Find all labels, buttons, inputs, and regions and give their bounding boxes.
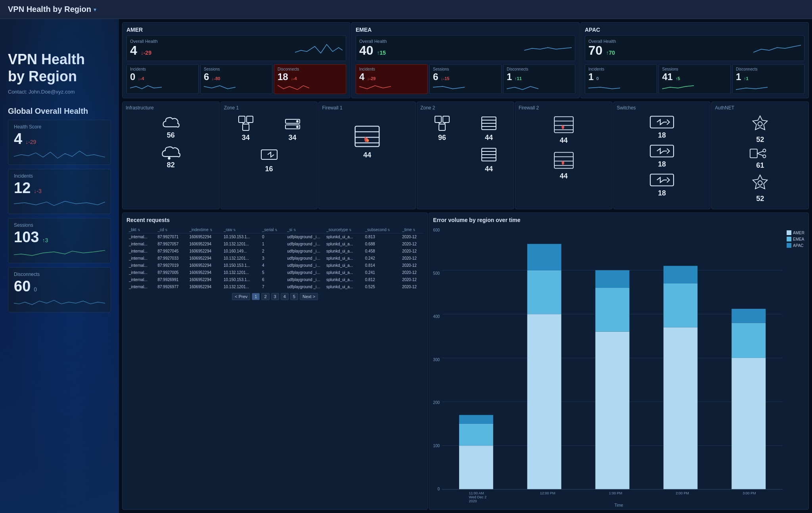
svg-rect-57 bbox=[527, 270, 561, 314]
next-button[interactable]: Next > bbox=[300, 293, 318, 300]
svg-rect-28 bbox=[554, 117, 573, 133]
legend-apac: APAC bbox=[787, 243, 804, 248]
svg-point-8 bbox=[297, 121, 298, 122]
svg-rect-64 bbox=[663, 266, 697, 283]
col-sourcetype[interactable]: _sourcetype ⇅ bbox=[324, 226, 363, 234]
col-si[interactable]: _si ⇅ bbox=[285, 226, 324, 234]
switch-item1: 18 bbox=[649, 114, 675, 140]
col-serial[interactable]: _serial ⇅ bbox=[260, 226, 285, 234]
regions-row: AMER Overall Health 4 ↓-29 bbox=[119, 19, 812, 100]
emea-incidents: Incidents 4 ↓-29 bbox=[356, 64, 428, 94]
svg-rect-63 bbox=[663, 283, 697, 327]
page-1-button[interactable]: 1 bbox=[252, 293, 260, 300]
table-row: _internal...87:9927019160695229410.150.1… bbox=[126, 262, 423, 269]
disconnects-row: 60 0 bbox=[14, 279, 105, 294]
emea-metrics-row: Incidents 4 ↓-29 Sessions 6 ↓- bbox=[356, 64, 575, 94]
legend-amer: AMER bbox=[787, 230, 804, 235]
emea-disconnects: Disconnects 1 ↑11 bbox=[503, 64, 575, 94]
prev-button[interactable]: < Prev bbox=[232, 293, 250, 300]
col-raw[interactable]: _raw ⇅ bbox=[221, 226, 260, 234]
svg-point-45 bbox=[763, 155, 766, 158]
page-5-button[interactable]: 5 bbox=[290, 293, 298, 300]
emea-sessions: Sessions 6 ↓-15 bbox=[429, 64, 502, 94]
svg-rect-65 bbox=[732, 358, 766, 490]
svg-rect-37 bbox=[650, 145, 674, 157]
authnet-item3: 52 bbox=[748, 172, 772, 203]
svg-rect-16 bbox=[443, 116, 449, 123]
switch-item2: 18 bbox=[649, 143, 675, 168]
amer-metrics-row: Incidents 0 ↓-4 Sessions 6 ↓-8 bbox=[126, 64, 346, 94]
firewall2-item2: 44 bbox=[552, 149, 576, 180]
svg-rect-66 bbox=[732, 323, 766, 358]
infra-cloud2: 82 bbox=[161, 144, 181, 169]
page-2-button[interactable]: 2 bbox=[261, 293, 269, 300]
table-row: _internal...87:9927045160695229410.160.1… bbox=[126, 248, 423, 255]
svg-rect-67 bbox=[732, 309, 766, 323]
col-bkt[interactable]: _bkt ⇅ bbox=[126, 226, 155, 234]
infra-row: Infrastructure 56 82 bbox=[119, 100, 812, 211]
svg-rect-56 bbox=[527, 314, 561, 490]
y-axis: 600 500 400 300 200 100 0 bbox=[433, 226, 442, 503]
chart-area: 11:00 AMWed Dec 22020 12:00 PM 1:00 PM 2… bbox=[442, 226, 783, 503]
health-score-card: Health Score 4 ↓-29 bbox=[8, 120, 111, 165]
header-dropdown-icon[interactable]: ▾ bbox=[94, 6, 96, 13]
emea-panel: EMEA Overall Health 40 ↑15 bbox=[351, 22, 580, 98]
legend-amer-color bbox=[787, 230, 791, 235]
switches-title: Switches bbox=[617, 105, 707, 111]
amer-sessions: Sessions 6 ↓-80 bbox=[200, 64, 272, 94]
svg-point-47 bbox=[758, 181, 762, 185]
disconnects-sparkline bbox=[14, 296, 105, 308]
global-health-title: Global Overall Health bbox=[8, 107, 111, 116]
emea-health-left: Overall Health 40 ↑15 bbox=[359, 39, 524, 57]
svg-marker-46 bbox=[753, 175, 768, 189]
brand-contact: Contact: John.Doe@xyz.com bbox=[8, 89, 111, 95]
apac-disconnects: Disconnects 1 ↑1 bbox=[732, 64, 804, 94]
svg-point-44 bbox=[763, 149, 766, 152]
apac-panel: APAC Overall Health 70 ↑70 bbox=[580, 22, 809, 98]
col-subsecond[interactable]: _subsecond ⇅ bbox=[363, 226, 400, 234]
zone1-panel: Zone 1 34 bbox=[220, 101, 318, 209]
firewall2-panel: Firewall 2 44 bbox=[515, 101, 613, 209]
zone1-item3: 16 bbox=[260, 145, 279, 173]
disconnects-card: Disconnects 60 0 bbox=[8, 267, 111, 312]
table-header: _bkt ⇅ _cd ⇅ _indextime ⇅ _raw ⇅ _serial… bbox=[126, 226, 423, 234]
apac-title: APAC bbox=[585, 27, 804, 33]
emea-health-label: Overall Health bbox=[359, 39, 524, 44]
incidents-delta: ↓-3 bbox=[34, 188, 41, 194]
firewall2-title: Firewall 2 bbox=[519, 105, 609, 111]
col-indextime[interactable]: _indextime ⇅ bbox=[187, 226, 221, 234]
left-panel: VPN Healthby Region Contact: John.Doe@xy… bbox=[0, 19, 119, 513]
page-3-button[interactable]: 3 bbox=[271, 293, 279, 300]
svg-rect-53 bbox=[459, 446, 493, 490]
disconnects-label: Disconnects bbox=[14, 272, 105, 277]
col-cd[interactable]: _cd ⇅ bbox=[155, 226, 187, 234]
authnet-item2: 61 bbox=[748, 146, 772, 170]
table-row: _internal...87:9927033160695229410.132.1… bbox=[126, 255, 423, 262]
firewall1-item: 44 bbox=[353, 123, 381, 159]
header-title: VPN Health by Region bbox=[8, 5, 91, 14]
amer-health-card: Overall Health 4 ↓-29 bbox=[126, 35, 346, 61]
page-4-button[interactable]: 4 bbox=[281, 293, 289, 300]
chart-title: Error volume by region over time bbox=[433, 217, 804, 223]
emea-health-card: Overall Health 40 ↑15 bbox=[356, 35, 575, 61]
table-row: _internal...87:9926991160695229410.150.1… bbox=[126, 276, 423, 283]
authnet-panel: AuthNET 52 bbox=[711, 101, 809, 209]
amer-disconnects: Disconnects 18 ↓-4 bbox=[274, 64, 346, 94]
svg-rect-32 bbox=[554, 153, 573, 168]
header: VPN Health by Region ▾ bbox=[0, 0, 812, 19]
svg-point-9 bbox=[297, 126, 298, 128]
health-score-label: Health Score bbox=[14, 124, 105, 130]
sessions-label: Sessions bbox=[14, 222, 105, 228]
amer-incidents: Incidents 0 ↓-4 bbox=[126, 64, 199, 94]
health-score-row: 4 ↓-29 bbox=[14, 131, 105, 146]
zone2-item1: 96 bbox=[420, 114, 464, 142]
bottom-row: Recent requests _bkt ⇅ _cd ⇅ _indextime … bbox=[119, 211, 812, 513]
svg-rect-2 bbox=[247, 116, 253, 123]
infrastructure-title: Infrastructure bbox=[126, 105, 216, 111]
col-time[interactable]: _time ⇅ bbox=[400, 226, 423, 234]
table-row: _internal...87:9927057160695229410.132.1… bbox=[126, 241, 423, 248]
incidents-value: 12 bbox=[14, 180, 31, 195]
health-score-value: 4 bbox=[14, 131, 22, 146]
sessions-row: 103 ↑3 bbox=[14, 230, 105, 245]
amer-title: AMER bbox=[126, 27, 346, 33]
